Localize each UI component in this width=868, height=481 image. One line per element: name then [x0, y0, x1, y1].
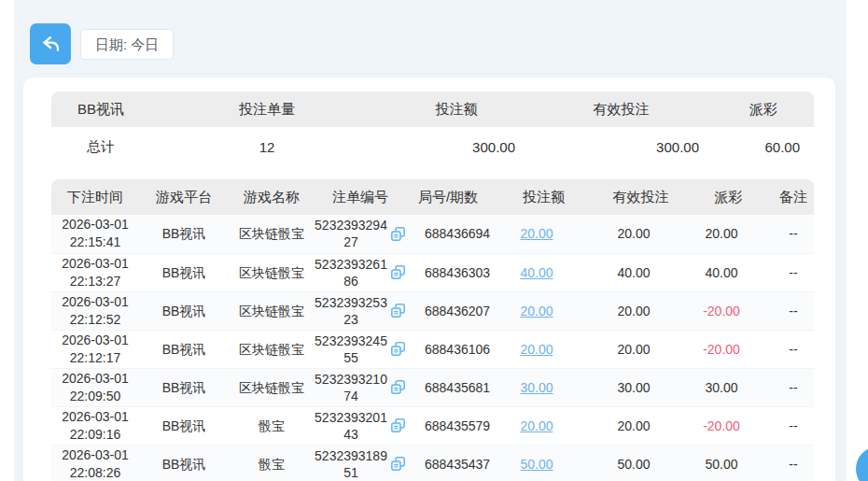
note-cell: --: [773, 330, 814, 368]
game-name-cell: 区块链骰宝: [229, 215, 315, 253]
platform-cell: BB视讯: [139, 253, 229, 291]
table-row: 2026-03-01 22:09:16 BB视讯 骰宝 523239320143…: [51, 406, 814, 445]
copy-icon[interactable]: [390, 456, 406, 472]
note-cell: --: [773, 215, 814, 253]
round-no-cell: 688435681: [406, 368, 490, 406]
summary-header: 投注额: [384, 92, 529, 127]
bill-no: 523239320143: [315, 409, 387, 443]
payout-cell: 50.00: [684, 445, 773, 481]
bet-time-cell: 2026-03-01 22:15:41: [51, 215, 139, 253]
round-no-cell: 688436694: [406, 215, 490, 253]
copy-icon[interactable]: [390, 226, 406, 242]
platform-cell: BB视讯: [139, 368, 229, 406]
valid-amount-cell: 30.00: [597, 368, 684, 406]
bet-table-header: 下注时间: [51, 179, 139, 215]
bet-time-cell: 2026-03-01 22:13:27: [51, 253, 139, 291]
bet-table-header: 局号/期数: [406, 179, 490, 215]
bill-no: 523239318951: [315, 447, 387, 481]
bet-amount-link[interactable]: 30.00: [520, 380, 553, 395]
summary-header-row: BB视讯投注单量投注额有效投注派彩: [51, 92, 814, 127]
bet-date: 2026-03-01: [51, 446, 139, 464]
game-name-cell: 骰宝: [229, 445, 315, 481]
note-cell: --: [773, 291, 814, 330]
bet-time-cell: 2026-03-01 22:12:17: [51, 330, 139, 368]
bet-date: 2026-03-01: [51, 408, 139, 426]
bet-table-header: 派彩: [684, 179, 773, 215]
valid-amount-cell: 20.00: [597, 215, 684, 253]
bill-no: 523239329427: [315, 217, 387, 250]
bill-no: 523239324555: [315, 332, 387, 366]
return-arrow-icon: [38, 32, 63, 56]
bill-no-cell: 523239326186: [315, 253, 406, 291]
platform-cell: BB视讯: [139, 291, 229, 330]
bet-time: 22:09:16: [51, 426, 139, 444]
bet-table: 下注时间游戏平台游戏名称注单编号局号/期数投注额有效投注派彩备注 2026-03…: [51, 179, 814, 481]
bill-no: 523239325323: [315, 294, 387, 328]
valid-amount-cell: 50.00: [597, 445, 684, 481]
bet-time: 22:09:50: [51, 388, 139, 405]
round-no-cell: 688436207: [406, 291, 490, 330]
bet-table-header: 备注: [773, 179, 814, 215]
platform-cell: BB视讯: [139, 445, 229, 481]
bet-time-cell: 2026-03-01 22:12:52: [51, 291, 139, 330]
game-name-cell: 区块链骰宝: [229, 253, 315, 291]
bet-table-body: 2026-03-01 22:15:41 BB视讯 区块链骰宝 523239329…: [51, 215, 814, 481]
bet-time: 22:12:52: [51, 311, 139, 329]
valid-amount-cell: 20.00: [597, 406, 684, 445]
valid-amount-cell: 40.00: [597, 253, 684, 291]
bet-date: 2026-03-01: [51, 293, 139, 311]
bet-table-header: 有效投注: [597, 179, 684, 215]
table-row: 2026-03-01 22:13:27 BB视讯 区块链骰宝 523239326…: [51, 253, 814, 291]
round-no-cell: 688435579: [406, 406, 490, 445]
note-cell: --: [773, 406, 814, 445]
game-name-cell: 骰宝: [229, 406, 315, 445]
bet-time: 22:08:26: [51, 464, 139, 481]
payout-cell: 40.00: [684, 253, 773, 291]
bet-amount-link[interactable]: 50.00: [520, 457, 553, 472]
table-row: 2026-03-01 22:08:26 BB视讯 骰宝 523239318951…: [51, 445, 814, 481]
floating-action-button[interactable]: [856, 446, 868, 481]
date-filter[interactable]: 日期: 今日: [80, 29, 174, 60]
copy-icon[interactable]: [390, 417, 406, 433]
bet-table-header-row: 下注时间游戏平台游戏名称注单编号局号/期数投注额有效投注派彩备注: [51, 179, 814, 215]
platform-cell: BB视讯: [139, 406, 229, 445]
copy-icon[interactable]: [390, 379, 406, 395]
summary-header: 有效投注: [529, 92, 713, 127]
bet-amount-link[interactable]: 20.00: [520, 304, 553, 318]
summary-header: BB视讯: [51, 92, 150, 127]
bill-no-cell: 523239321074: [315, 368, 406, 406]
summary-table: BB视讯投注单量投注额有效投注派彩 总计 12 300.00 300.00 60…: [51, 92, 814, 166]
summary-total-label: 总计: [51, 127, 150, 166]
bet-table-header: 注单编号: [315, 179, 406, 215]
bet-amount-link[interactable]: 20.00: [520, 418, 553, 433]
copy-icon[interactable]: [390, 341, 406, 357]
report-card: BB视讯投注单量投注额有效投注派彩 总计 12 300.00 300.00 60…: [23, 78, 835, 481]
copy-icon[interactable]: [390, 264, 406, 280]
payout-cell: -20.00: [684, 330, 773, 368]
bill-no: 523239321074: [315, 371, 387, 404]
table-row: 2026-03-01 22:15:41 BB视讯 区块链骰宝 523239329…: [51, 215, 814, 253]
bet-time-cell: 2026-03-01 22:08:26: [51, 445, 139, 481]
payout-cell: 30.00: [684, 368, 773, 406]
bill-no-cell: 523239325323: [315, 291, 406, 330]
valid-amount-cell: 20.00: [597, 330, 684, 368]
summary-bet-amount: 300.00: [384, 127, 529, 166]
bet-amount-link[interactable]: 40.00: [520, 265, 553, 280]
bet-table-header: 投注额: [490, 179, 597, 215]
page: 日期: 今日 BB视讯投注单量投注额有效投注派彩 总计 12 300.00 30…: [0, 0, 868, 481]
back-button[interactable]: [30, 23, 71, 64]
copy-icon[interactable]: [390, 303, 406, 318]
bet-time: 22:15:41: [51, 233, 139, 251]
summary-payout-amount: 60.00: [713, 127, 814, 166]
note-cell: --: [773, 368, 814, 406]
summary-total-row: 总计 12 300.00 300.00 60.00: [51, 127, 814, 166]
payout-cell: -20.00: [684, 406, 773, 445]
note-cell: --: [773, 445, 814, 481]
bet-amount-link[interactable]: 20.00: [520, 342, 553, 357]
bet-table-header: 游戏名称: [229, 179, 315, 215]
round-no-cell: 688436106: [406, 330, 490, 368]
bet-amount-link[interactable]: 20.00: [520, 226, 553, 241]
table-row: 2026-03-01 22:12:17 BB视讯 区块链骰宝 523239324…: [51, 330, 814, 368]
game-name-cell: 区块链骰宝: [229, 291, 315, 330]
round-no-cell: 688436303: [406, 253, 490, 291]
